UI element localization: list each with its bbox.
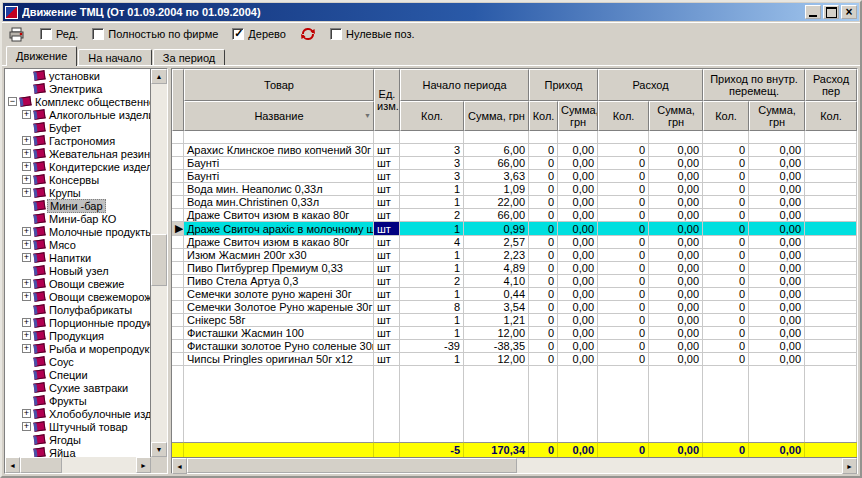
tree-item[interactable]: Электрика [5, 82, 150, 95]
value-cell[interactable]: 0,00 [749, 288, 805, 301]
table-row[interactable]: Чипсы Pringles оригинал 50г х12шт112,000… [172, 353, 857, 366]
value-cell[interactable]: 0,99 [464, 222, 529, 236]
unit-cell[interactable]: шт [374, 209, 400, 222]
product-name-cell[interactable]: Снікерс 58г [184, 314, 374, 327]
tree-item[interactable]: +Гастрономия [5, 134, 150, 147]
tree-item[interactable]: +Крупы [5, 186, 150, 199]
value-cell[interactable]: 2 [400, 209, 464, 222]
value-cell[interactable]: 1 [400, 314, 464, 327]
value-cell[interactable]: 0,00 [749, 327, 805, 340]
table-row[interactable]: Пиво Питбургер Премиум 0,33шт14,8900,000… [172, 262, 857, 275]
value-cell[interactable] [464, 131, 529, 144]
value-cell[interactable]: 0,00 [649, 170, 703, 183]
value-cell[interactable]: 0 [529, 288, 558, 301]
value-cell[interactable] [805, 327, 857, 340]
unit-cell[interactable]: шт [374, 340, 400, 353]
value-cell[interactable]: 0 [598, 327, 649, 340]
product-name-cell[interactable]: Чипсы Pringles оригинал 50г х12 [184, 353, 374, 366]
tree-item[interactable]: +Рыба и морепродукт [5, 342, 150, 355]
value-cell[interactable]: 0,00 [649, 157, 703, 170]
product-name-cell[interactable]: Семечки Золотое Руно жареные 30г [184, 301, 374, 314]
table-hscroll-track[interactable] [187, 458, 842, 473]
value-cell[interactable] [805, 236, 857, 249]
product-name-cell[interactable]: Пиво Питбургер Премиум 0,33 [184, 262, 374, 275]
column-header-intin-qty[interactable]: Кол. [703, 101, 749, 131]
value-cell[interactable] [805, 196, 857, 209]
value-cell[interactable] [805, 275, 857, 288]
expand-icon[interactable]: + [22, 162, 31, 171]
value-cell[interactable]: 0 [703, 183, 749, 196]
tab-per-period[interactable]: За период [153, 49, 225, 66]
whole-firm-checkbox[interactable]: Полностью по фирме [92, 28, 218, 40]
value-cell[interactable]: 0 [703, 209, 749, 222]
value-cell[interactable]: 0 [703, 353, 749, 366]
value-cell[interactable] [805, 340, 857, 353]
table-row[interactable]: Изюм Жасмин 200г х30шт12,2300,0000,0000,… [172, 249, 857, 262]
expand-icon[interactable]: + [22, 149, 31, 158]
value-cell[interactable] [703, 131, 749, 144]
table-horizontal-scrollbar[interactable]: ◄ ► [172, 457, 857, 473]
value-cell[interactable]: 0 [598, 157, 649, 170]
value-cell[interactable]: 1 [400, 249, 464, 262]
value-cell[interactable]: 0,00 [558, 183, 598, 196]
value-cell[interactable]: 0,00 [749, 249, 805, 262]
unit-cell[interactable]: шт [374, 301, 400, 314]
value-cell[interactable]: 0 [703, 249, 749, 262]
value-cell[interactable]: 3 [400, 170, 464, 183]
value-cell[interactable] [400, 366, 464, 442]
maximize-button[interactable] [823, 5, 839, 19]
unit-cell[interactable]: шт [374, 144, 400, 157]
expand-icon[interactable]: + [22, 227, 31, 236]
value-cell[interactable]: 4,10 [464, 275, 529, 288]
value-cell[interactable] [805, 353, 857, 366]
value-cell[interactable]: 0 [598, 314, 649, 327]
value-cell[interactable]: 1 [400, 183, 464, 196]
value-cell[interactable]: 1,09 [464, 183, 529, 196]
tree-item[interactable]: −Комплекс общественног [5, 95, 150, 108]
unit-cell[interactable] [374, 366, 400, 442]
value-cell[interactable]: 0 [703, 314, 749, 327]
value-cell[interactable] [558, 366, 598, 442]
value-cell[interactable]: 0 [529, 157, 558, 170]
column-group-inflow[interactable]: Приход [529, 69, 598, 101]
tab-at-start[interactable]: На начало [78, 49, 152, 66]
scroll-down-icon[interactable]: ▼ [151, 442, 167, 457]
tree-item[interactable]: Полуфабрикаты [5, 303, 150, 316]
value-cell[interactable]: 1,21 [464, 314, 529, 327]
tree-item[interactable]: +Хлобобулочные изде [5, 407, 150, 420]
value-cell[interactable]: 1 [400, 196, 464, 209]
table-row[interactable]: Вода мин. Неаполис 0,33лшт11,0900,0000,0… [172, 183, 857, 196]
value-cell[interactable]: 0 [703, 340, 749, 353]
value-cell[interactable] [805, 262, 857, 275]
expand-icon[interactable]: + [22, 292, 31, 301]
value-cell[interactable]: 0 [598, 353, 649, 366]
value-cell[interactable]: 0 [703, 275, 749, 288]
value-cell[interactable] [749, 131, 805, 144]
tree-vscroll-track[interactable] [151, 84, 167, 442]
product-name-cell[interactable]: Баунті [184, 157, 374, 170]
tree-checkbox[interactable]: Дерево [232, 28, 286, 40]
edit-checkbox-box[interactable] [40, 28, 52, 40]
product-name-cell[interactable] [184, 366, 374, 442]
minimize-button[interactable] [805, 5, 821, 19]
scroll-left-icon[interactable]: ◄ [172, 458, 187, 474]
product-name-cell[interactable]: Фисташки Жасмин 100 [184, 327, 374, 340]
value-cell[interactable]: 0,00 [749, 262, 805, 275]
close-button[interactable] [841, 5, 857, 19]
value-cell[interactable] [529, 131, 558, 144]
value-cell[interactable]: 4 [400, 236, 464, 249]
tree-item[interactable]: Сухие завтраки [5, 381, 150, 394]
value-cell[interactable]: 1 [400, 288, 464, 301]
value-cell[interactable]: 0 [529, 196, 558, 209]
tree-item[interactable]: +Овощи свежие [5, 277, 150, 290]
product-name-cell[interactable]: Фисташки золотое Руно соленые 30г [184, 340, 374, 353]
expand-icon[interactable]: + [22, 279, 31, 288]
product-name-cell[interactable]: Драже Свиточ изюм в какао 80г [184, 209, 374, 222]
value-cell[interactable] [805, 209, 857, 222]
value-cell[interactable]: 1 [400, 353, 464, 366]
column-group-internal-in[interactable]: Приход по внутр. перемещ. [703, 69, 805, 101]
tree-item[interactable]: +Продукция [5, 329, 150, 342]
value-cell[interactable]: 0,00 [558, 314, 598, 327]
value-cell[interactable] [805, 288, 857, 301]
value-cell[interactable]: 0,00 [749, 222, 805, 236]
